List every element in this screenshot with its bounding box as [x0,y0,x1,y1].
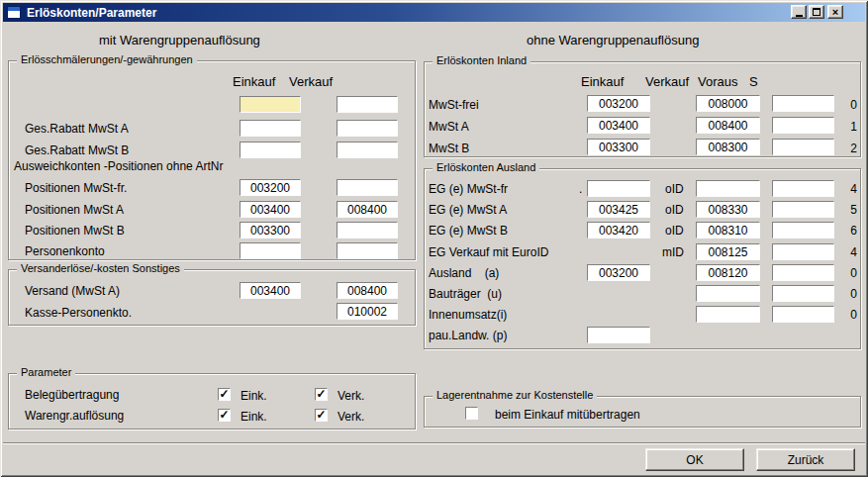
col-header-verkauf-left: Verkauf [289,74,333,89]
ausland-voraus-field[interactable] [772,264,834,281]
eg-mwst-a-voraus-field[interactable] [772,201,834,218]
schm-row0-verkauf-field[interactable] [337,96,398,113]
ges-rabatt-mwst-b-verkauf-field[interactable] [337,142,398,158]
pos-mwst-a-verkauf-field[interactable] [337,201,398,218]
close-icon: × [832,7,838,18]
pos-mwst-a-einkauf-field[interactable] [240,201,301,218]
row-label: pau.Landw. (p) [429,329,507,342]
eg-mwst-b-verkauf-field[interactable] [696,222,760,238]
mwst-a-einkauf-field[interactable] [587,117,650,134]
groupbox-versanderloese-title: Versanderlöse/-kosten Sonstiges [17,262,184,274]
groupbox-erloesschmaelerungen-title: Erlösschmälerungen/-gewährungen [17,53,197,65]
bautraeger-voraus-field[interactable] [772,285,834,302]
col-header-einkauf-left: Einkauf [233,74,275,89]
innenumsatz-verkauf-field[interactable] [696,306,760,323]
belegsuebertragung-eink-checkbox[interactable] [218,388,231,401]
ausland-einkauf-field[interactable] [587,264,650,281]
eg-mwst-a-verkauf-field[interactable] [696,201,760,218]
groupbox-lagerentnahme-title: Lagerentnahme zur Kostenstelle [433,389,597,401]
pau-landw-einkauf-field[interactable] [587,327,650,343]
checkbox-label: Eink. [241,389,267,403]
checkbox-label: Verk. [338,410,364,424]
pos-mwst-fr-einkauf-field[interactable] [240,179,301,196]
steuer-code: 1 [831,120,857,134]
col-header-einkauf-right: Einkauf [581,74,624,89]
lagerentnahme-checkbox-label: beim Einkauf mitübertragen [495,408,640,422]
groupbox-lagerentnahme: Lagerentnahme zur Kostenstelle [424,396,861,428]
eg-mwst-a-einkauf-field[interactable] [587,201,650,218]
versand-einkauf-field[interactable] [240,282,301,299]
row-label: Innenumsatz(i) [429,308,507,322]
kasse-personenkto-verkauf-field[interactable] [337,303,398,320]
eg-mwst-b-voraus-field[interactable] [772,222,834,238]
row-label: Versand (MwSt A) [25,284,120,298]
mwst-frei-voraus-field[interactable] [772,95,834,112]
id-label: oID [665,224,684,238]
mwst-b-einkauf-field[interactable] [587,139,650,155]
maximize-icon [813,8,820,16]
label-dot: . [579,182,582,196]
warengr-aufloesung-verk-checkbox[interactable] [315,409,328,422]
window-icon [7,6,21,19]
row-label: Belegübertragung [25,388,119,402]
ges-rabatt-mwst-a-verkauf-field[interactable] [337,120,398,137]
pos-mwst-b-verkauf-field[interactable] [337,222,398,238]
id-label: oID [665,203,684,217]
steuer-code: 0 [831,308,857,322]
ok-button[interactable]: OK [645,448,744,471]
row-label: EG (e) MwSt-fr [429,182,508,196]
steuer-code: 5 [831,203,857,217]
schm-row0-einkauf-field[interactable] [240,96,301,113]
ges-rabatt-mwst-b-einkauf-field[interactable] [240,142,301,158]
column-header-ohne: ohne Warengruppenauflösung [527,33,699,48]
mwst-b-voraus-field[interactable] [772,139,834,155]
checkbox-label: Verk. [338,389,364,403]
ausland-verkauf-field[interactable] [696,264,760,281]
eg-mwst-fr-verkauf-field[interactable] [696,180,760,197]
checkbox-label: Eink. [241,410,267,424]
belegsuebertragung-verk-checkbox[interactable] [315,388,328,401]
innenumsatz-voraus-field[interactable] [772,306,834,323]
row-label: Warengr.auflösung [25,409,124,423]
bottom-divider [3,442,865,444]
window-title: Erlöskonten/Parameter [27,6,156,20]
minimize-button[interactable] [791,5,807,19]
versand-verkauf-field[interactable] [337,282,398,299]
steuer-code: 6 [831,224,857,238]
groupbox-erloeskonten-inland-title: Erlöskonten Inland [433,54,530,66]
personenkonto-einkauf-field[interactable] [240,242,301,259]
row-label: EG (e) MwSt A [429,203,507,217]
eg-euroid-verkauf-field[interactable] [696,243,760,260]
row-label: MwSt A [429,120,469,134]
eg-mwst-fr-einkauf-field[interactable] [587,180,650,197]
mwst-a-voraus-field[interactable] [772,117,834,134]
warengr-aufloesung-eink-checkbox[interactable] [218,409,231,422]
ges-rabatt-mwst-a-einkauf-field[interactable] [240,120,301,137]
lagerentnahme-checkbox[interactable] [465,407,478,420]
bautraeger-verkauf-field[interactable] [696,285,760,302]
row-label: MwSt B [429,142,469,155]
maximize-button[interactable] [809,5,824,19]
eg-mwst-fr-voraus-field[interactable] [772,180,834,197]
mwst-frei-verkauf-field[interactable] [696,95,760,112]
mwst-b-verkauf-field[interactable] [696,139,760,155]
groupbox-parameter-title: Parameter [17,366,75,378]
id-label: oID [665,182,684,196]
row-label: Kasse-Personenkto. [25,306,132,320]
row-label: Ausland (a) [429,266,499,280]
pos-mwst-fr-verkauf-field[interactable] [337,179,398,196]
close-button[interactable]: × [827,5,843,19]
steuer-code: 0 [831,266,857,280]
row-label: Ges.Rabatt MwSt A [25,122,129,136]
id-label: mID [662,245,684,259]
col-header-verkauf-right: Verkauf [645,74,689,89]
eg-euroid-voraus-field[interactable] [772,243,834,260]
mwst-frei-einkauf-field[interactable] [587,95,650,112]
mwst-a-verkauf-field[interactable] [696,117,760,134]
eg-mwst-b-einkauf-field[interactable] [587,222,650,238]
row-label: Positionen MwSt B [25,224,125,238]
row-label: Ges.Rabatt MwSt B [25,143,129,157]
personenkonto-verkauf-field[interactable] [337,242,398,259]
pos-mwst-b-einkauf-field[interactable] [240,222,301,238]
back-button[interactable]: Zurück [756,448,855,471]
